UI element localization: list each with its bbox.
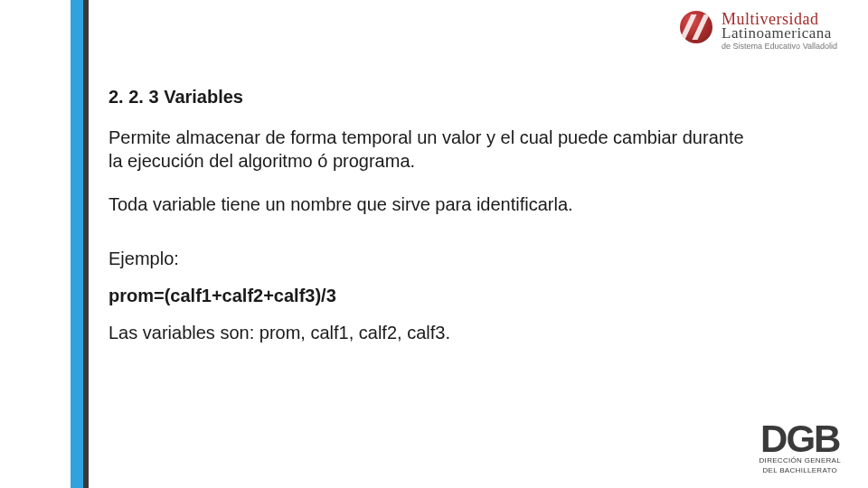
logo-dgb: DGB DIRECCIÓN GENERAL DEL BACHILLERATO — [760, 422, 841, 475]
logo-multiversidad: Multiversidad Latinoamericana de Sistema… — [602, 11, 837, 51]
globe-icon — [680, 11, 712, 43]
slide: Multiversidad Latinoamericana de Sistema… — [0, 0, 868, 488]
paragraph-1: Permite almacenar de forma temporal un v… — [108, 126, 760, 173]
dgb-sub2: DEL BACHILLERATO — [760, 467, 841, 475]
paragraph-2: Toda variable tiene un nombre que sirve … — [108, 192, 760, 216]
logo-text-block: Multiversidad Latinoamericana de Sistema… — [722, 11, 837, 51]
example-variables: Las variables son: prom, calf1, calf2, c… — [108, 323, 760, 343]
content-block: 2. 2. 3 Variables Permite almacenar de f… — [108, 87, 760, 343]
logo-line2: Latinoamericana — [722, 25, 837, 41]
dgb-sub1: DIRECCIÓN GENERAL — [760, 457, 841, 465]
accent-dark-bar — [83, 0, 89, 488]
example-formula: prom=(calf1+calf2+calf3)/3 — [108, 286, 760, 306]
example-label: Ejemplo: — [108, 249, 760, 269]
section-heading: 2. 2. 3 Variables — [108, 87, 760, 108]
logo-line3: de Sistema Educativo Valladolid — [722, 42, 837, 51]
dgb-title: DGB — [760, 422, 841, 456]
accent-blue-bar — [71, 0, 83, 488]
